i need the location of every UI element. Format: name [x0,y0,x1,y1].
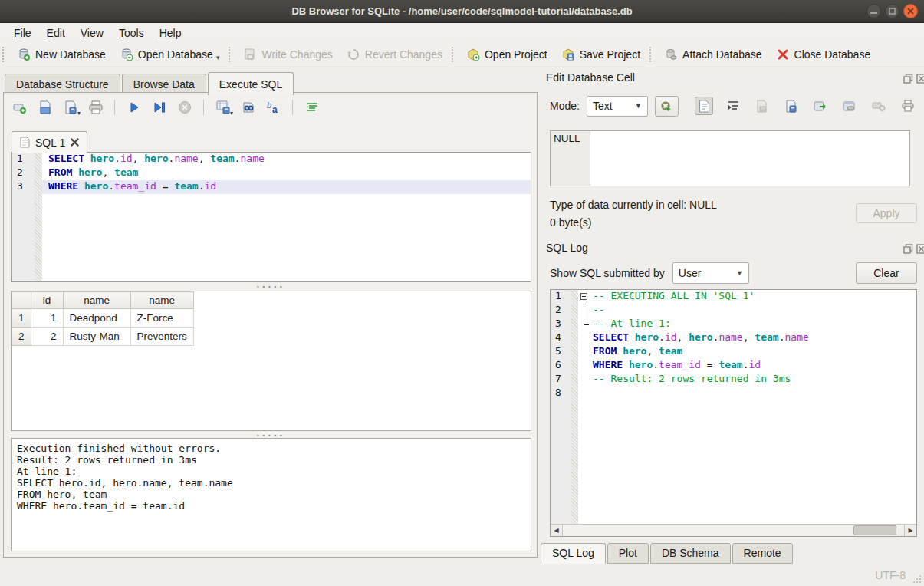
chevron-down-icon[interactable]: ▾ [230,110,233,117]
maximize-icon[interactable] [885,4,899,18]
open-project-icon [466,48,480,61]
window-controls [866,4,918,18]
menu-help[interactable]: Help [152,25,189,41]
save-results-icon[interactable]: ▾ [215,99,232,116]
clear-button[interactable]: Clear [856,262,917,284]
apply-auto-button[interactable] [655,96,679,117]
code-text: -- Result: 2 rows returned in 3ms [591,373,916,387]
execution-status-text: Execution finished without errors. Resul… [12,439,531,515]
mode-select[interactable]: Text ▼ [587,96,648,117]
cell-team-name[interactable]: Z-Force [130,309,193,328]
results-grid: id name name 1 1 Deadpond Z-Force 2 2 Ru… [11,291,531,431]
tab-sql-log[interactable]: SQL Log [541,543,606,564]
scroll-left-icon[interactable]: ◀ [551,525,563,536]
encoding-indicator[interactable]: UTF-8 [875,569,906,581]
fold-margin [571,359,578,373]
menu-tools[interactable]: Tools [111,25,152,41]
fold-margin [571,387,578,400]
submitted-by-select[interactable]: User ▼ [672,262,749,284]
save-sql-file-icon[interactable]: ▾ [62,99,79,116]
close-icon[interactable] [903,4,918,18]
close-database-button[interactable]: Close Database [769,44,878,64]
close-icon[interactable] [916,243,924,253]
save-file-icon[interactable] [782,97,801,115]
chevron-down-icon[interactable]: ▾ [77,110,81,117]
menu-file[interactable]: File [6,25,39,41]
cell-id[interactable]: 1 [31,309,63,328]
apply-button[interactable]: Apply [856,203,917,223]
sql-log-filter-row: Show SQL submitted by User ▼ Clear [550,262,917,284]
fold-marker-collapse[interactable] [578,290,591,304]
tab-db-schema[interactable]: DB Schema [650,543,731,564]
menu-view[interactable]: View [73,25,111,41]
auto-complete-icon[interactable]: ba [265,99,282,116]
cell-team-name[interactable]: Preventers [130,328,193,346]
print-icon[interactable] [899,97,917,115]
edit-cell-dock-title: Edit Database Cell [546,71,635,84]
row-number: 2 [12,328,31,346]
save-project-icon [561,48,575,61]
editor-line: 1 SELECT hero.id, hero.name, team.name [12,153,531,166]
scroll-right-icon[interactable]: ▶ [904,525,916,536]
set-null-icon[interactable] [870,97,888,115]
sql-editor-tab[interactable]: SQL 1 [12,131,87,153]
column-header-name2[interactable]: name [130,292,193,309]
splitter-handle[interactable]: ■ ■ ■ ■ ■ [4,433,537,438]
open-database-button[interactable]: Open Database ▾ [113,44,227,64]
cell-hero-name[interactable]: Rusty-Man [63,328,130,346]
find-replace-icon[interactable] [240,99,257,116]
word-wrap-icon[interactable] [304,99,321,116]
fold-margin [571,331,578,345]
scrollbar-thumb[interactable] [853,525,896,535]
revert-changes-icon [347,48,360,61]
svg-text:b: b [267,100,271,110]
horizontal-scrollbar[interactable]: ◀ ▶ [551,524,916,536]
execute-current-line-icon[interactable] [151,99,168,116]
table-row[interactable]: 2 2 Rusty-Man Preventers [12,328,194,346]
open-sql-file-icon[interactable] [37,99,54,116]
tab-remote[interactable]: Remote [732,543,793,564]
revert-changes-button[interactable]: Revert Changes [340,44,449,64]
cell-editor-area[interactable] [590,131,909,186]
menu-edit[interactable]: Edit [39,25,73,41]
fold-margin [571,290,578,304]
resize-grip[interactable] [912,574,922,584]
new-database-button[interactable]: New Database [10,44,113,64]
close-icon[interactable] [71,137,79,149]
fold-margin [571,304,578,318]
sql-editor[interactable]: 1 SELECT hero.id, hero.name, team.name 2… [11,152,531,282]
column-header-name[interactable]: name [63,292,130,309]
write-changes-button[interactable]: Write Changes [236,44,339,64]
text-view-icon[interactable] [695,97,713,115]
fold-spacer [578,331,591,345]
sql-log-view[interactable]: 1 -- EXECUTING ALL IN 'SQL 1' 2 -- 3 -- … [550,289,917,537]
cell-hero-name[interactable]: Deadpond [63,309,130,328]
chevron-down-icon[interactable]: ▾ [216,54,220,61]
open-file-icon[interactable] [753,97,771,115]
splitter-handle[interactable]: ■ ■ ■ ■ ■ [4,284,537,289]
stop-icon[interactable] [176,99,193,116]
execute-sql-panel: ▾ ▾ ba SQL 1 1 SELECT hero.id, hero.name… [3,92,538,558]
cell-id[interactable]: 2 [31,328,63,346]
open-tab-icon[interactable] [12,99,28,116]
float-icon[interactable] [903,243,913,253]
execute-all-icon[interactable] [126,99,143,116]
export-icon[interactable] [811,97,830,115]
tab-execute-sql[interactable]: Execute SQL [208,72,294,95]
column-header-id[interactable]: id [31,292,63,309]
table-row[interactable]: 1 1 Deadpond Z-Force [12,309,194,328]
code-text: WHERE hero.team_id = team.id [42,180,531,194]
open-project-button[interactable]: Open Project [459,44,554,64]
cell-editor[interactable]: NULL [550,130,910,186]
corner-header[interactable] [12,292,31,309]
close-icon[interactable] [916,73,924,83]
tab-plot[interactable]: Plot [607,543,649,564]
open-external-icon[interactable] [840,97,859,115]
save-project-button[interactable]: Save Project [554,44,647,64]
float-icon[interactable] [903,73,913,83]
print-icon[interactable] [87,99,104,116]
attach-database-button[interactable]: Attach Database [657,44,769,64]
word-wrap-icon[interactable] [724,97,742,115]
minimize-icon[interactable] [866,4,881,18]
toolbar-grip[interactable] [2,47,8,62]
